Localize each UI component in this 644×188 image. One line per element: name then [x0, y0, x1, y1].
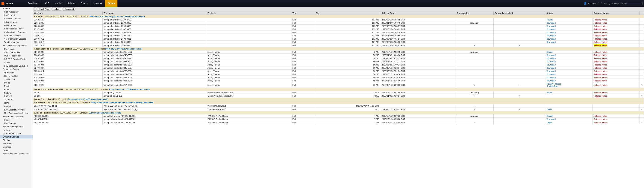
sidebar-item-server-profiles[interactable]: ▾Server Profiles [0, 74, 32, 78]
col-docs[interactable]: Documentation [592, 12, 640, 15]
review-apps-link[interactable]: Review Apps [546, 85, 558, 87]
release-notes-link[interactable]: Release Notes [594, 51, 607, 53]
sidebar-item-administrators[interactable]: Administrators [0, 20, 32, 24]
sidebar-item-cert-mgmt[interactable]: ▾Certificate Management [0, 44, 32, 47]
release-notes-link[interactable]: Release Notes [594, 95, 607, 97]
release-notes-link[interactable]: Release Notes [594, 84, 607, 86]
release-notes-link[interactable]: Release Notes [594, 91, 607, 94]
download-link[interactable]: Download [546, 54, 556, 56]
nav-objects[interactable]: Objects [78, 0, 91, 7]
release-notes-link[interactable]: Release Notes [594, 54, 607, 56]
sidebar-item-user-id[interactable]: User Identification [0, 34, 32, 37]
download-link[interactable]: Download [546, 38, 556, 40]
col-size[interactable]: Size [315, 12, 380, 15]
download-link[interactable]: Download [546, 70, 556, 72]
download-link[interactable]: Download [546, 118, 556, 120]
col-type[interactable]: Type [291, 12, 315, 15]
sidebar-item-software[interactable]: Software [0, 128, 32, 132]
section-schedule-link-3[interactable]: Every Sunday at 12:00 (Download and Inst… [68, 98, 108, 100]
col-downloaded[interactable]: Downloaded [456, 12, 494, 15]
sidebar-item-cert-profile[interactable]: Certificate Profile [0, 51, 32, 54]
nav-acc[interactable]: ACC [42, 0, 52, 7]
download-link[interactable]: Download [546, 35, 556, 37]
sidebar-item-log-settings[interactable]: Log Settings [0, 71, 32, 74]
section-schedule-link-4[interactable]: Every 5 minutes at 3 minutes past five m… [92, 101, 154, 104]
sidebar-item-dynamic-updates[interactable]: Dynamic Updates [0, 135, 32, 138]
section-schedule-link-1[interactable]: Every day at 07:00 (Download and Install… [105, 48, 142, 50]
global-search-input[interactable] [620, 2, 642, 5]
release-notes-link[interactable]: Release Notes [594, 25, 607, 27]
sidebar-item-ssl-tls[interactable]: SSL/TLS Service Profile [0, 57, 32, 61]
revert-link[interactable]: Revert [546, 19, 552, 21]
sidebar-item-ocsp[interactable]: OCSP Responder [0, 54, 32, 57]
section-schedule-link-0[interactable]: Every hour at 30 minutes past the hour (… [90, 16, 145, 18]
sidebar-item-email[interactable]: Email [0, 84, 32, 88]
sidebar-item-support[interactable]: Support [0, 149, 32, 152]
col-action[interactable]: Action [545, 12, 592, 15]
sidebar-item-auth-sequence[interactable]: Authentication Sequence [0, 30, 32, 34]
config-icon[interactable]: ⚙ [601, 2, 602, 5]
nav-dashboard[interactable]: Dashboard [26, 0, 42, 7]
col-installed[interactable]: Currently Installed [494, 12, 545, 15]
col-version[interactable]: Version [33, 12, 102, 15]
sidebar-item-mfa[interactable]: Multi Factor Authentication [0, 111, 32, 115]
release-notes-link[interactable]: Release Notes [594, 121, 607, 124]
sidebar-item-tacacs[interactable]: TACACS+ [0, 98, 32, 101]
col-release-date[interactable]: Release Date [380, 12, 456, 15]
release-notes-link[interactable]: Release Notes [594, 31, 607, 34]
sidebar-item-master-key[interactable]: Master Key and Diagnostics [0, 152, 32, 155]
sidebar-item-gp-client[interactable]: GlobalProtect Client [0, 132, 32, 135]
sidebar-item-plugins[interactable]: Plugins [0, 138, 32, 142]
sidebar-item-snmp-trap[interactable]: SNMP Trap [0, 78, 32, 81]
download-link[interactable]: Download [546, 67, 556, 69]
download-link[interactable]: Download [546, 22, 556, 24]
close-row-button[interactable]: ✕ [641, 108, 643, 111]
sidebar-item-ssl-decrypt[interactable]: SSL Decryption Exclusion [0, 64, 32, 68]
download-link[interactable]: Download [546, 25, 556, 27]
section-schedule-link-2[interactable]: Every Sunday at 11:00 (Download and Inst… [109, 88, 150, 90]
sidebar-item-setup[interactable]: ▸Setup [0, 7, 32, 10]
sidebar-item-auth-profile[interactable]: Authentication Profile [0, 27, 32, 30]
alerts-icon[interactable]: ⚠ [597, 2, 599, 5]
release-notes-link[interactable]: Release Notes [594, 22, 607, 24]
resize-handle[interactable]: ⣿ [34, 8, 36, 11]
sidebar-item-radius[interactable]: RADIUS [0, 95, 32, 98]
revert-link[interactable]: Revert [546, 51, 552, 53]
download-link[interactable]: Download [546, 28, 556, 30]
nav-policies[interactable]: Policies [65, 0, 78, 7]
review-policies-link[interactable]: Review Policies [546, 83, 561, 85]
release-notes-link[interactable]: Release Notes [594, 60, 607, 63]
release-notes-link[interactable]: Release Notes [594, 44, 607, 47]
sidebar-item-user-groups[interactable]: User Groups [0, 122, 32, 125]
sidebar-item-config-audit[interactable]: Config Audit [0, 14, 32, 17]
release-notes-link[interactable]: Release Notes [594, 19, 607, 21]
close-row-button[interactable]: ✕ [641, 121, 643, 124]
close-row-button[interactable]: ✕ [641, 95, 643, 97]
release-notes-link[interactable]: Release Notes [594, 80, 607, 82]
sidebar-item-high-availability[interactable]: High Availability [0, 10, 32, 14]
close-row-button[interactable]: ✕ [641, 84, 643, 86]
sidebar-item-netflow[interactable]: Netflow [0, 91, 32, 95]
sidebar-item-kerberos[interactable]: Kerberos [0, 105, 32, 108]
download-link[interactable]: Download [546, 80, 556, 82]
sidebar-item-admin-roles[interactable]: Admin Roles [0, 24, 32, 27]
download-link[interactable]: Download [546, 64, 556, 66]
col-features[interactable]: Features [206, 12, 291, 15]
download-link[interactable]: Download [546, 60, 556, 63]
release-notes-link[interactable]: Release Notes [594, 64, 607, 66]
release-notes-link[interactable]: Release Notes [594, 67, 607, 69]
sidebar-item-users[interactable]: Users [0, 118, 32, 122]
release-notes-link[interactable]: Release Notes [594, 76, 607, 79]
upload-button[interactable]: Upload [52, 8, 62, 11]
sidebar-item-scheduled-log[interactable]: Scheduled Log Export [0, 125, 32, 128]
sidebar-item-password-profiles[interactable]: Password Profiles [0, 17, 32, 20]
col-filename[interactable]: File Name [102, 12, 206, 15]
sidebar-item-response-pages[interactable]: Response Pages [0, 68, 32, 71]
download-button[interactable]: Download [63, 8, 76, 11]
sidebar-item-http[interactable]: HTTP [0, 88, 32, 91]
sidebar-item-syslog[interactable]: Syslog [0, 81, 32, 84]
sidebar-item-ldap[interactable]: LDAP [0, 101, 32, 105]
release-notes-link[interactable]: Release Notes [594, 38, 607, 40]
download-link[interactable]: Download [546, 57, 556, 60]
config-label[interactable]: Config [604, 2, 610, 5]
